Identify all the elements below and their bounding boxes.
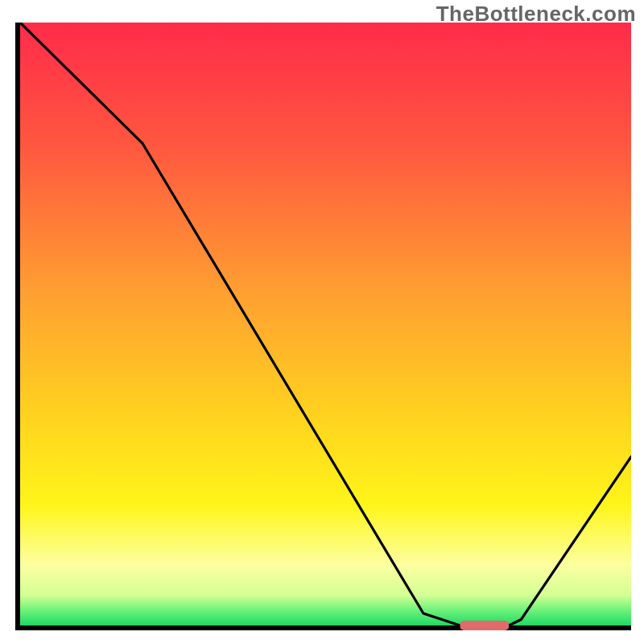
optimal-marker xyxy=(460,621,509,630)
chart-svg xyxy=(13,23,631,633)
chart-stage: TheBottleneck.com xyxy=(0,0,644,644)
bottleneck-chart xyxy=(13,23,631,633)
